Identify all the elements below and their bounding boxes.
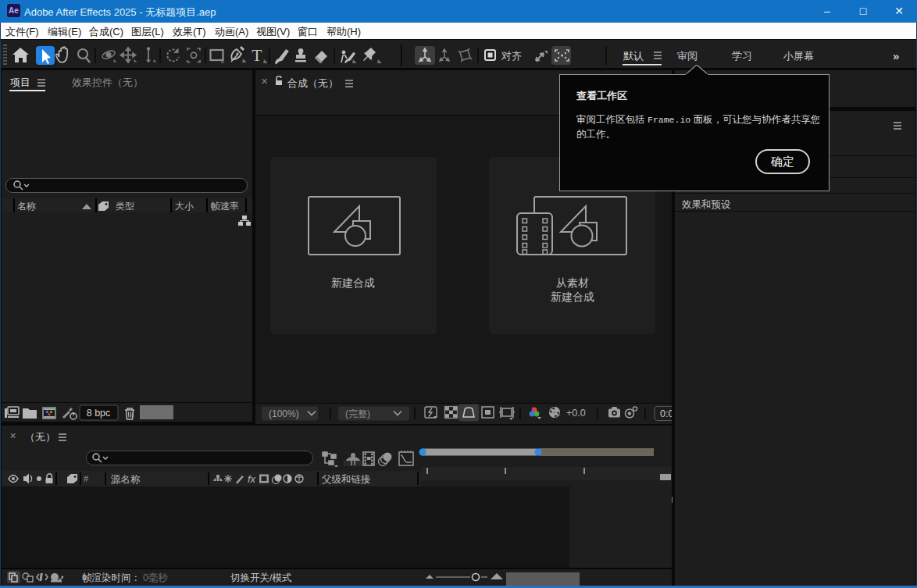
svg-text:父级和链接: 父级和链接: [322, 474, 371, 485]
svg-text:切换开关/模式: 切换开关/模式: [230, 572, 292, 583]
svg-text:默认: 默认: [623, 50, 644, 62]
svg-text:#: #: [84, 474, 89, 483]
svg-text:T: T: [252, 46, 262, 65]
svg-text:小屏幕: 小屏幕: [783, 50, 814, 62]
svg-text:»: »: [893, 49, 899, 62]
svg-text:(完整): (完整): [345, 408, 370, 419]
svg-text:0毫秒: 0毫秒: [143, 572, 168, 583]
svg-text:8 bpc: 8 bpc: [87, 408, 111, 419]
svg-text:源名称: 源名称: [110, 474, 141, 485]
svg-text:fx: fx: [248, 473, 256, 485]
svg-text:(100%): (100%): [269, 408, 299, 419]
svg-text:新建合成: 新建合成: [551, 290, 594, 303]
svg-text:学习: 学习: [732, 50, 752, 62]
svg-text:+0.0: +0.0: [566, 408, 586, 419]
svg-text:帧渲染时间：: 帧渲染时间：: [82, 572, 141, 583]
svg-text:从素材: 从素材: [556, 276, 589, 289]
svg-text:0:0: 0:0: [660, 408, 672, 419]
svg-text:对齐: 对齐: [501, 50, 522, 62]
svg-text:审阅: 审阅: [677, 50, 698, 62]
svg-text:新建合成: 新建合成: [331, 276, 375, 289]
